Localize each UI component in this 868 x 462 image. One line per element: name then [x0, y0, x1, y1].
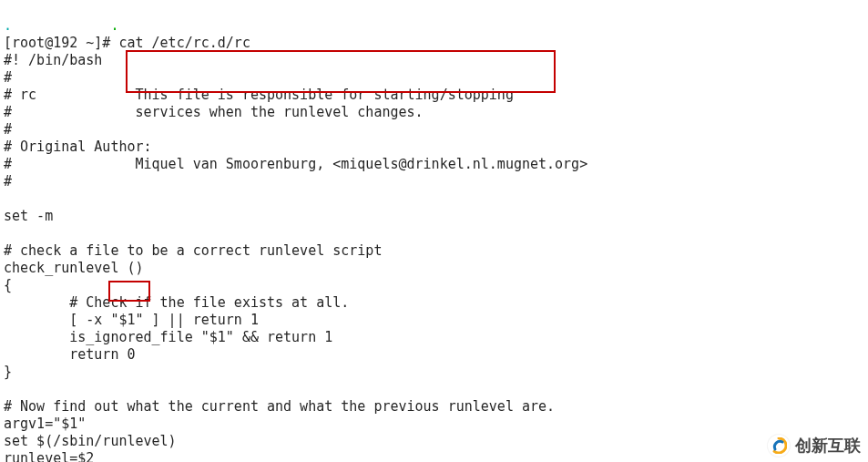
- command-input[interactable]: cat /etc/rc.d/rc: [118, 35, 250, 51]
- code-line: set $(/sbin/runlevel): [4, 433, 177, 449]
- code-line: is_ignored_file "$1" && return 1: [4, 329, 332, 345]
- code-line: runlevel=$2: [4, 450, 94, 462]
- code-line: # rc This file is responsible for starti…: [4, 87, 514, 103]
- code-line: # Now find out what the current and what…: [4, 398, 555, 415]
- terminal-output: . . [root@192 ~]# cat /etc/rc.d/rc #! /b…: [0, 0, 868, 462]
- code-line: set -m: [4, 208, 53, 224]
- code-line: #: [4, 121, 12, 138]
- code-line: # services when the runlevel changes.: [4, 104, 424, 120]
- shell-prompt[interactable]: [root@192 ~]#: [4, 35, 110, 51]
- code-line: # Check if the file exists at all.: [4, 294, 349, 311]
- code-line: # Miquel van Smoorenburg, <miquels@drink…: [4, 156, 587, 172]
- code-line: argv1="$1": [4, 416, 86, 432]
- code-line: return 0: [4, 346, 136, 363]
- code-line: check_runlevel (): [4, 260, 144, 276]
- fragment-dot-2: .: [110, 17, 118, 34]
- top-fragment: . .: [4, 17, 118, 34]
- code-line: [ -x "$1" ] || return 1: [4, 312, 259, 328]
- code-line: #! /bin/bash: [4, 52, 102, 68]
- code-line: {: [4, 277, 12, 293]
- code-line: #: [4, 69, 12, 86]
- code-line: }: [4, 364, 12, 380]
- code-line: # check a file to be a correct runlevel …: [4, 242, 382, 259]
- fragment-dot-1: .: [4, 17, 12, 34]
- code-line: #: [4, 173, 12, 190]
- code-line: # Original Author:: [4, 139, 152, 155]
